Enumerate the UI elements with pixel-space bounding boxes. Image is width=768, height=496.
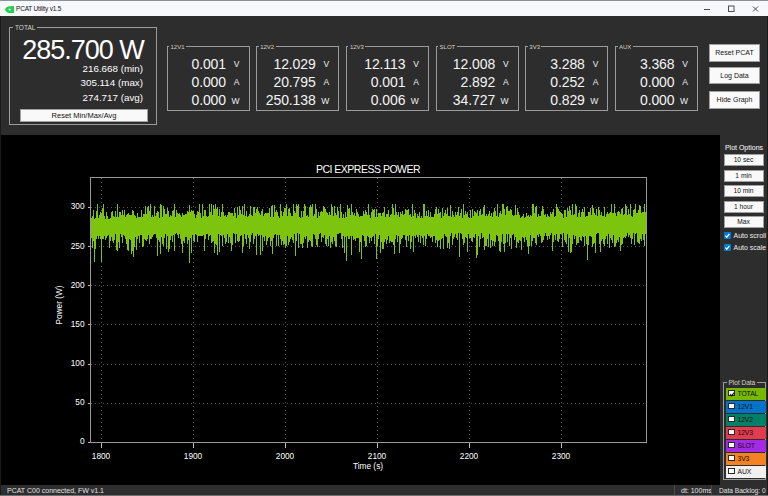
svg-text:2200: 2200: [460, 451, 479, 461]
svg-text:300: 300: [71, 201, 85, 211]
svg-text:50: 50: [75, 397, 85, 407]
svg-text:1800: 1800: [92, 451, 111, 461]
svg-text:0: 0: [80, 436, 85, 446]
svg-text:2100: 2100: [368, 451, 387, 461]
svg-text:200: 200: [71, 280, 85, 290]
svg-text:100: 100: [71, 358, 85, 368]
svg-text:150: 150: [71, 319, 85, 329]
svg-text:2300: 2300: [552, 451, 571, 461]
svg-text:1900: 1900: [184, 451, 203, 461]
svg-text:2000: 2000: [276, 451, 295, 461]
svg-text:PCI EXPRESS POWER: PCI EXPRESS POWER: [316, 163, 421, 175]
svg-text:Power (W): Power (W): [54, 285, 64, 324]
svg-text:250: 250: [71, 241, 85, 251]
svg-text:Time (s): Time (s): [353, 461, 383, 471]
